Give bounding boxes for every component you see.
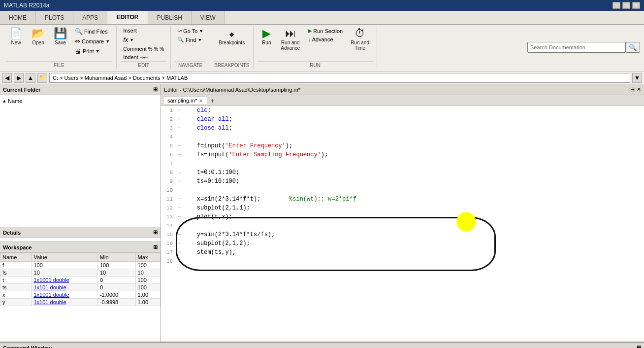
fx-icon: fx [123,36,128,43]
workspace-row[interactable]: x1x1001 double-1.00001.00 [0,291,161,299]
ws-value[interactable]: 1x1001 double [32,277,97,284]
find-button[interactable]: 🔍 Find ▼ [175,35,206,44]
maximize-button[interactable]: □ [622,2,630,9]
ribbon-navigate-col: ⤻ Go To ▼ 🔍 Find ▼ [175,27,206,44]
col-min[interactable]: Min [97,253,135,262]
ws-value[interactable]: 1x1001 double [32,291,97,299]
code-line[interactable]: 4 [161,133,644,141]
fx-button[interactable]: fx ▼ [121,35,166,44]
goto-button[interactable]: ⤻ Go To ▼ [175,27,206,35]
line-dash: − [176,212,183,221]
ws-name: f [0,262,32,269]
up-button[interactable]: ▲ [26,73,35,83]
code-line[interactable]: 18 [161,257,644,266]
code-line[interactable]: 7 [161,159,644,168]
code-line[interactable]: 9− ts=0:10:100; [161,177,644,186]
run-section-button[interactable]: ▶ Run Section [305,27,345,35]
search-input[interactable] [527,42,626,53]
code-line[interactable]: 12− subplot(2,1,1); [161,204,644,212]
new-icon: 📄 [9,28,23,39]
indent-button[interactable]: Indent ⇒⇐ [121,53,166,61]
code-line[interactable]: 15− y=sin(2*3.14*f*ts/fs); [161,230,644,239]
forward-button[interactable]: ▶ [14,73,24,83]
line-dash: − [176,230,183,239]
current-folder-pin[interactable]: ⊞ [153,86,158,93]
file-section-label: FILE [6,61,112,68]
open-button[interactable]: 📂 Open [28,27,48,47]
breakpoints-button[interactable]: ⬥ Breakpoints [215,27,248,47]
code-line[interactable]: 3− close all; [161,124,644,133]
editor-tab-sampling[interactable]: sampling.m* ✕ [163,97,207,104]
code-line[interactable]: 1− clc; [161,106,644,115]
workspace-pin[interactable]: ⊞ [153,244,158,250]
run-button[interactable]: ▶ Run [258,27,275,47]
run-time-icon: ⏱ [354,28,365,39]
workspace-row[interactable]: t1x1001 double0100 [0,277,161,284]
ws-min: 0 [97,277,135,284]
folder-button[interactable]: 📁 [37,73,47,83]
comment-button[interactable]: Comment % % % [121,45,166,53]
new-button[interactable]: 📄 New [6,27,26,47]
tab-home[interactable]: HOME [0,11,36,24]
editor-controls: ⊟ ✕ [630,86,641,93]
back-button[interactable]: ◀ [2,73,12,83]
ws-max: 10 [135,269,160,277]
workspace-row[interactable]: f100100100 [0,262,161,269]
cmd-pin[interactable]: ⊞ [637,345,641,348]
ws-max: 1.00 [135,291,160,299]
details-pin[interactable]: ⊞ [153,229,158,236]
code-line[interactable]: 5− f=input('Enter Frequency'); [161,141,644,150]
code-editor[interactable]: 1− clc;2− clear all;3− close all;45− f=i… [161,106,644,342]
col-max[interactable]: Max [135,253,160,262]
breakpoints-icon: ⬥ [228,28,235,39]
editor-tab-close[interactable]: ✕ [199,98,203,104]
save-button[interactable]: 💾 Save [50,27,70,47]
print-button[interactable]: 🖨 Print ▼ [72,46,112,56]
code-line[interactable]: 6− fs=input('Enter Sampling Frequency'); [161,150,644,159]
code-line[interactable]: 10 [161,186,644,195]
workspace-row[interactable]: ts1x101 double0100 [0,284,161,291]
run-advance-button[interactable]: ⏭ Run and Advance [277,27,303,52]
address-path[interactable]: C: > Users > Muhammad Asad > Documents >… [49,73,630,83]
code-line[interactable]: 16− subplot(2,1,2); [161,239,644,248]
title-bar: MATLAB R2014a − □ ✕ [0,0,644,11]
main-tab-bar: HOME PLOTS APPS EDITOR PUBLISH VIEW [0,11,644,25]
ws-value[interactable]: 1x101 double [32,299,97,306]
tab-editor[interactable]: EDITOR [107,11,148,24]
advance-button[interactable]: ↓ Advance [305,35,345,43]
command-window-header: Command Window ⊞ [0,343,644,348]
ribbon-section-run: ▶ Run ⏭ Run and Advance ▶ Run Section ↓ … [254,26,377,69]
code-line[interactable]: 14 [161,221,644,230]
compare-button[interactable]: ⇔ Compare ▼ [72,36,112,46]
code-line[interactable]: 8− t=0:0.1:100; [161,168,644,177]
tab-publish[interactable]: PUBLISH [148,11,192,24]
ws-value[interactable]: 1x101 double [32,284,97,291]
ws-name: y [0,299,32,306]
col-value[interactable]: Value [32,253,97,262]
tab-view[interactable]: VIEW [192,11,225,24]
editor-close[interactable]: ✕ [637,86,641,93]
run-time-button[interactable]: ⏱ Run and Time [347,27,373,52]
new-tab-button[interactable]: + [208,96,217,105]
bottom-panel: Command Window ⊞ ℹ New to MATLAB? Watch … [0,342,644,348]
ribbon-run-col: ▶ Run Section ↓ Advance [305,27,345,43]
details-header: Details ⊞ [0,227,161,238]
workspace-row[interactable]: fs101010 [0,269,161,277]
insert-button[interactable]: Insert [121,27,166,35]
tab-plots[interactable]: PLOTS [36,11,73,24]
editor-undock[interactable]: ⊟ [630,86,635,93]
close-button[interactable]: ✕ [632,2,640,9]
code-line[interactable]: 11− x=sin(2*3.14*f*t); %sin(wt):: w=2*pi… [161,195,644,204]
code-line[interactable]: 17− stem(ts,y); [161,248,644,257]
address-dropdown[interactable]: ▼ [632,73,642,83]
tab-apps[interactable]: APPS [73,11,107,24]
ws-min: -0.9998 [97,299,135,306]
search-button[interactable]: 🔍 [626,42,640,53]
code-line[interactable]: 2− clear all; [161,115,644,124]
find-files-button[interactable]: 🔍 Find Files [72,27,112,36]
minimize-button[interactable]: − [612,2,620,9]
code-line[interactable]: 13− plot(t,x); [161,212,644,221]
col-name[interactable]: Name [0,253,32,262]
workspace-row[interactable]: y1x101 double-0.99981.00 [0,299,161,306]
line-dash: − [176,141,183,150]
